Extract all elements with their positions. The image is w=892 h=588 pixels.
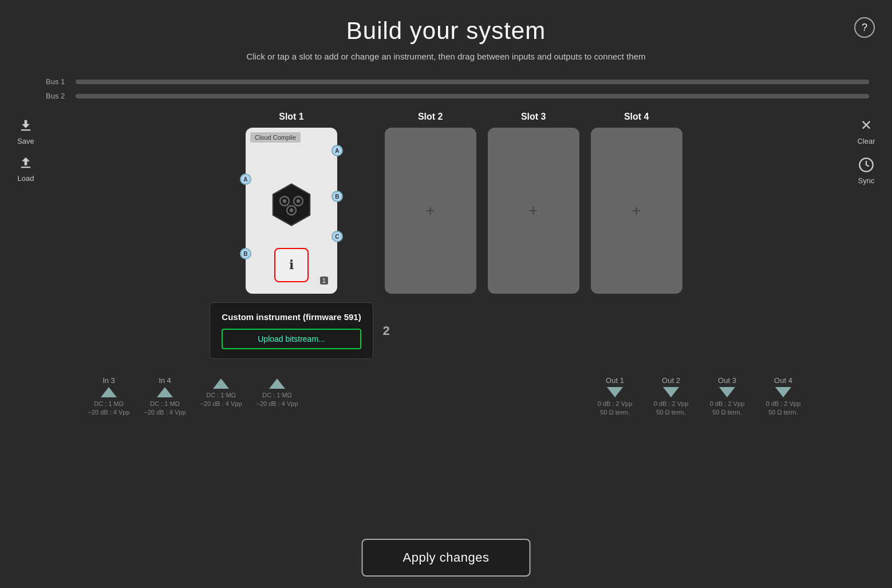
output-4-arrow[interactable] [775, 387, 791, 397]
output-3-item: Out 3 0 dB : 2 Vpp 50 Ω term. [704, 376, 750, 417]
slot-3-label: Slot 3 [521, 112, 546, 122]
svg-point-6 [290, 208, 293, 212]
output-2-item: Out 2 0 dB : 2 Vpp 50 Ω term. [648, 376, 694, 417]
output-3-arrow[interactable] [719, 387, 735, 397]
instrument-icon [269, 182, 314, 230]
input-extra-1-item: DC : 1 MΩ −20 dB : 4 Vpp [198, 376, 244, 409]
slot-1-label: Slot 1 [279, 112, 304, 122]
output-1-label: Out 1 [606, 376, 624, 385]
connector-c-right[interactable]: C [331, 231, 343, 242]
slot-2-card[interactable]: + [385, 128, 476, 294]
connector-a-top[interactable]: A [331, 145, 343, 156]
page-subtitle: Click or tap a slot to add or change an … [0, 52, 892, 61]
bus-1-label: Bus 1 [46, 77, 69, 86]
slot-3-card[interactable]: + [488, 128, 579, 294]
bus-2-row: Bus 2 [46, 92, 869, 100]
slot-2-label: Slot 2 [418, 112, 443, 122]
bus-2-line [76, 94, 869, 98]
output-4-label: Out 4 [774, 376, 792, 385]
connector-b-left[interactable]: B [240, 248, 251, 259]
help-button[interactable]: ? [854, 17, 875, 38]
info-badge-number: 1 [320, 277, 328, 285]
output-1-spec: 0 dB : 2 Vpp 50 Ω term. [598, 400, 633, 417]
input-4-label: In 4 [159, 376, 171, 385]
slot-4-container: Slot 4 + [591, 112, 682, 294]
input-extra-1-spec: DC : 1 MΩ −20 dB : 4 Vpp [200, 391, 242, 409]
clear-button[interactable]: ✕ Clear [857, 117, 875, 145]
slot-4-add-icon: + [632, 202, 641, 220]
info-icon: ℹ [289, 258, 294, 273]
header: Build your system Click or tap a slot to… [0, 0, 892, 61]
slot-1-card[interactable]: Cloud Compile A A B C B [246, 128, 337, 294]
sync-label: Sync [858, 176, 875, 185]
main-area: Save Load Slot 1 Cloud Compile A A [0, 112, 892, 417]
tooltip-title: Custom instrument (firmware 591) [222, 312, 361, 322]
sync-button[interactable]: Sync [858, 157, 875, 185]
help-icon: ? [862, 22, 867, 34]
left-sidebar: Save Load [0, 112, 52, 188]
output-1-arrow[interactable] [607, 387, 623, 397]
bus-2-label: Bus 2 [46, 92, 69, 100]
bus-1-row: Bus 1 [46, 77, 869, 86]
page-title: Build your system [0, 17, 892, 45]
bus-1-line [76, 80, 869, 84]
output-2-spec: 0 dB : 2 Vpp 50 Ω term. [654, 400, 689, 417]
output-2-arrow[interactable] [663, 387, 679, 397]
svg-marker-0 [273, 184, 310, 226]
cloud-compile-badge: Cloud Compile [250, 132, 301, 143]
output-3-spec: 0 dB : 2 Vpp 50 Ω term. [710, 400, 745, 417]
load-label: Load [18, 174, 34, 183]
input-4-arrow[interactable] [157, 387, 173, 397]
instrument-tooltip: Custom instrument (firmware 591) Upload … [210, 302, 373, 359]
tooltip-step-number: 2 [382, 323, 389, 338]
hex-svg [269, 182, 314, 228]
clear-label: Clear [857, 137, 875, 145]
input-3-item: In 3 DC : 1 MΩ −20 dB : 4 Vpp [86, 376, 132, 417]
clear-icon: ✕ [861, 117, 872, 133]
input-3-spec: DC : 1 MΩ −20 dB : 4 Vpp [88, 400, 129, 417]
connector-b-right[interactable]: B [331, 191, 343, 202]
bottom-bar: Apply changes [362, 539, 531, 577]
slot-1-container: Slot 1 Cloud Compile A A B C B [210, 112, 373, 359]
output-3-label: Out 3 [718, 376, 736, 385]
input-4-spec: DC : 1 MΩ −20 dB : 4 Vpp [144, 400, 185, 417]
save-icon [18, 117, 34, 133]
save-label: Save [17, 137, 34, 145]
load-icon [18, 155, 34, 171]
right-sidebar: ✕ Clear Sync [840, 112, 892, 191]
bus-container: Bus 1 Bus 2 [46, 77, 869, 100]
io-row: In 3 DC : 1 MΩ −20 dB : 4 Vpp In 4 DC : … [52, 376, 840, 417]
sync-icon [858, 157, 874, 173]
connector-a-left[interactable]: A [240, 173, 251, 185]
slot-2-add-icon: + [426, 202, 435, 220]
input-extra-2-arrow[interactable] [269, 378, 285, 389]
slots-row: Slot 1 Cloud Compile A A B C B [52, 112, 840, 359]
slot-3-container: Slot 3 + [488, 112, 579, 294]
input-3-label: In 3 [102, 376, 115, 385]
svg-point-4 [283, 199, 286, 203]
output-4-item: Out 4 0 dB : 2 Vpp 50 Ω term. [760, 376, 806, 417]
output-1-item: Out 1 0 dB : 2 Vpp 50 Ω term. [592, 376, 638, 417]
slot-2-container: Slot 2 + [385, 112, 476, 294]
slots-area: Slot 1 Cloud Compile A A B C B [52, 112, 840, 417]
slot-4-card[interactable]: + [591, 128, 682, 294]
input-extra-1-arrow[interactable] [213, 378, 229, 389]
input-extra-2-spec: DC : 1 MΩ −20 dB : 4 Vpp [256, 391, 298, 409]
output-4-spec: 0 dB : 2 Vpp 50 Ω term. [766, 400, 801, 417]
input-extra-2-item: DC : 1 MΩ −20 dB : 4 Vpp [254, 376, 300, 409]
upload-bitstream-button[interactable]: Upload bitstream... [222, 329, 361, 349]
input-3-arrow[interactable] [101, 387, 117, 397]
output-2-label: Out 2 [662, 376, 680, 385]
svg-point-5 [297, 199, 300, 203]
save-button[interactable]: Save [17, 117, 34, 145]
slot-3-add-icon: + [529, 202, 538, 220]
info-box[interactable]: ℹ [274, 248, 309, 282]
slot-4-label: Slot 4 [624, 112, 649, 122]
load-button[interactable]: Load [18, 155, 34, 183]
input-4-item: In 4 DC : 1 MΩ −20 dB : 4 Vpp [142, 376, 188, 417]
apply-changes-button[interactable]: Apply changes [362, 539, 531, 577]
